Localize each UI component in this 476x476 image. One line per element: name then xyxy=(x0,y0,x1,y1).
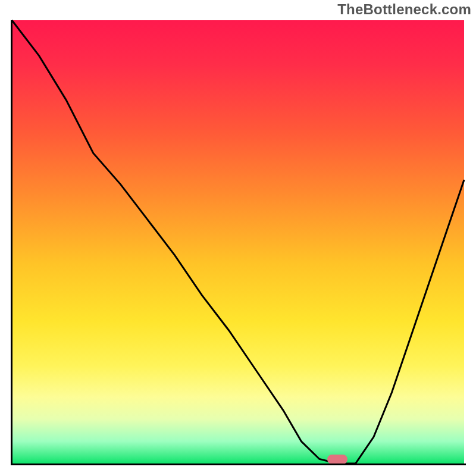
bottleneck-chart: TheBottleneck.com xyxy=(0,0,476,476)
optimal-point-marker xyxy=(327,455,347,464)
bottleneck-curve xyxy=(12,20,464,464)
watermark-text: TheBottleneck.com xyxy=(337,1,471,18)
y-axis xyxy=(11,20,12,464)
x-axis xyxy=(11,464,466,465)
curve-path xyxy=(12,20,464,464)
plot-area xyxy=(12,20,464,464)
